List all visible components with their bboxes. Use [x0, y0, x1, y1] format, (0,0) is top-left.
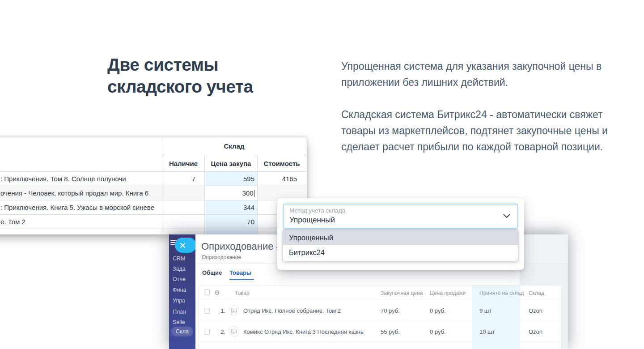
gear-icon[interactable]: ⚙: [214, 289, 220, 296]
stock-row: е. Том 2 70: [0, 215, 306, 229]
close-icon: [180, 243, 186, 248]
cell-accepted: 10 шт: [479, 328, 495, 335]
stock-cell-name: : Приключения. Книга 5. Ужасы в морской …: [0, 200, 162, 215]
tab-general[interactable]: Общие: [202, 269, 222, 276]
app-sidebar: CRM Зада Отче Фина Упра План Selle Скла: [169, 234, 195, 349]
sidebar-item-tasks[interactable]: Зада: [173, 266, 186, 272]
sidebar-item-management[interactable]: Упра: [173, 298, 185, 304]
stock-cell-availability: [162, 186, 205, 200]
stock-col-header-purchase-price: Цена закупа: [205, 155, 258, 172]
stock-cell-availability: 7: [162, 172, 205, 186]
stock-cell-name: : Приключения. Том 8. Солнце полуночи: [0, 172, 162, 186]
sidebar-item-warehouse[interactable]: Скла: [171, 327, 193, 336]
stock-cell-cost: 4165: [258, 172, 306, 186]
stock-cell-availability: [162, 215, 205, 229]
cell-sale-price: 0 руб.: [430, 307, 446, 314]
active-tab-underline: [229, 279, 254, 280]
sidebar-item-seller[interactable]: Selle: [173, 319, 185, 325]
col-header-product: Товар: [235, 290, 250, 296]
cell-accepted: 9 шт: [479, 307, 491, 314]
stock-cell-name: очения - Человек, который продал мир. Кн…: [0, 186, 162, 200]
stock-cell-purchase-price-editing[interactable]: 300: [205, 186, 258, 200]
stock-cell-purchase-price[interactable]: 595: [205, 172, 258, 186]
stock-row: очения - Человек, который продал мир. Кн…: [0, 186, 306, 200]
sidebar-item-planning[interactable]: План: [173, 309, 186, 315]
row-checkbox[interactable]: [204, 329, 210, 335]
stock-col-header-cost: Стоимость: [258, 155, 306, 172]
stock-cell-name: е. Том 2: [0, 215, 162, 229]
col-header-sale: Цена продажи: [430, 290, 466, 296]
close-slider-button[interactable]: [175, 238, 196, 253]
select-all-checkbox[interactable]: [204, 289, 210, 295]
window-subtitle: Оприходование: [202, 254, 241, 260]
select-label: Метод учета склада: [289, 207, 345, 214]
warehouse-method-select[interactable]: Метод учета склада Упрощенный: [283, 204, 518, 229]
stock-row: : Приключения. Книга 5. Ужасы в морской …: [0, 200, 306, 215]
stock-table-card: Склад Наличие Цена закупа Стоимость : Пр…: [0, 137, 307, 234]
product-row: 2. Комикс Отряд Икс. Книга 3 Последняя к…: [199, 321, 561, 342]
stock-name-column-header: [0, 137, 162, 172]
stock-cell-purchase-price[interactable]: 344: [205, 200, 258, 215]
col-header-purchase: Закупочная цена: [381, 290, 423, 296]
cell-warehouse: Ozon: [529, 307, 542, 314]
row-number: 1.: [218, 307, 225, 314]
cell-warehouse: Ozon: [529, 328, 542, 335]
cell-purchase-price: 55 руб.: [381, 328, 400, 335]
select-value: Упрощенный: [289, 216, 335, 225]
sidebar-item-crm[interactable]: CRM: [173, 255, 185, 262]
row-checkbox[interactable]: [204, 308, 210, 314]
header-right-panel: [520, 234, 568, 264]
chevron-down-icon: [503, 214, 510, 218]
option-simplified[interactable]: Упрощенный: [283, 230, 518, 245]
stock-table: Склад Наличие Цена закупа Стоимость : Пр…: [0, 137, 306, 234]
stock-row-partial: [0, 229, 306, 235]
sidebar-item-finance[interactable]: Фина: [173, 287, 186, 293]
intro-text: Упрощенная система для указания закупочн…: [341, 58, 615, 155]
text-caret: [254, 190, 255, 197]
products-table: ⚙ Товар Закупочная цена Цена продажи При…: [198, 285, 562, 349]
product-row: 1. Отряд Икс. Полное собрание. Том 2 70 …: [199, 300, 561, 321]
intro-paragraph-1: Упрощенная система для указания закупочн…: [341, 58, 615, 90]
col-header-warehouse: Склад: [529, 290, 544, 296]
products-table-header: ⚙ Товар Закупочная цена Цена продажи При…: [199, 285, 561, 300]
cell-purchase-price: 70 руб.: [381, 307, 400, 314]
warehouse-method-popup: Метод учета склада Упрощенный Упрощенный…: [277, 198, 524, 270]
product-image-icon: [229, 305, 239, 316]
stock-group-header: Склад: [162, 137, 306, 155]
intro-paragraph-2: Складская система Битрикс24 - автоматиче…: [341, 106, 615, 155]
page: Две системы складского учета Упрощенная …: [0, 0, 644, 349]
col-header-accepted: Принято на склад: [479, 290, 524, 296]
stock-row: : Приключения. Том 8. Солнце полуночи 7 …: [0, 172, 306, 186]
product-link[interactable]: Отряд Икс. Полное собрание. Том 2: [243, 307, 341, 314]
stock-cell-availability: [162, 200, 205, 215]
row-number: 2.: [218, 328, 225, 335]
option-bitrix24[interactable]: Битрикс24: [283, 245, 518, 260]
page-title: Две системы складского учета: [107, 54, 300, 98]
stock-cell-purchase-price[interactable]: 70: [205, 215, 258, 229]
select-options-list: Упрощенный Битрикс24: [283, 230, 518, 261]
cell-sale-price: 0 руб.: [430, 328, 446, 335]
stock-col-header-availability: Наличие: [162, 155, 205, 172]
tab-products[interactable]: Товары: [229, 269, 251, 276]
sidebar-item-reports[interactable]: Отче: [173, 276, 186, 282]
product-link[interactable]: Комикс Отряд Икс. Книга 3 Последняя казн…: [243, 328, 363, 335]
product-image-icon: [229, 326, 239, 337]
